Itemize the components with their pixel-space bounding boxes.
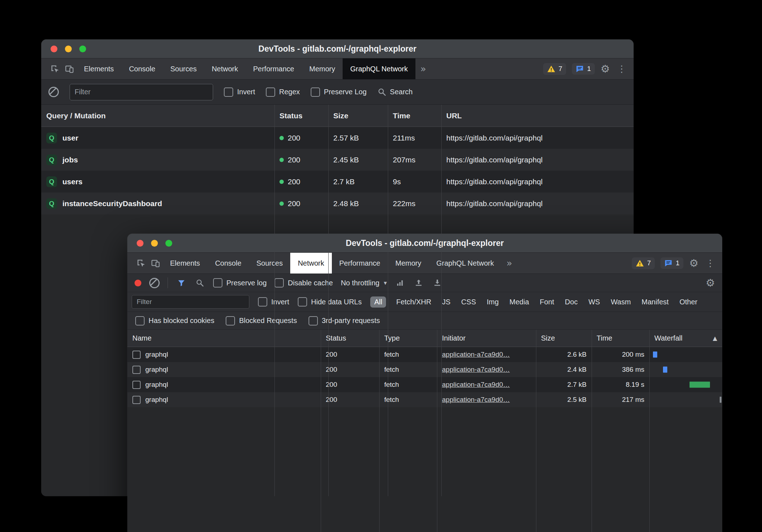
invert-checkbox[interactable]: Invert xyxy=(224,87,255,97)
disable-cache-checkbox[interactable]: Disable cache xyxy=(274,278,333,288)
column-header-waterfall[interactable]: Waterfall ▲ xyxy=(649,330,722,347)
inspect-element-icon[interactable] xyxy=(48,62,62,76)
device-toolbar-icon[interactable] xyxy=(148,256,163,270)
column-header[interactable]: Time xyxy=(592,330,649,347)
hide-data-urls-checkbox[interactable]: Hide data URLs xyxy=(298,297,362,307)
filter-type-all[interactable]: All xyxy=(370,296,386,308)
initiator-link[interactable]: application-a7ca9d0… xyxy=(442,396,510,404)
blocked-requests-checkbox[interactable]: Blocked Requests xyxy=(226,316,297,326)
filter-type-css[interactable]: CSS xyxy=(461,296,477,308)
row-checkbox[interactable] xyxy=(132,351,141,359)
tab-console[interactable]: Console xyxy=(121,58,163,79)
record-button[interactable] xyxy=(135,280,141,286)
column-header[interactable]: URL xyxy=(441,105,634,127)
close-window-button[interactable] xyxy=(51,46,57,52)
table-row[interactable]: QinstanceSecurityDashboard 200 2.48 kB 2… xyxy=(41,193,634,214)
network-conditions-icon[interactable] xyxy=(395,276,405,290)
filter-type-manifest[interactable]: Manifest xyxy=(641,296,669,308)
column-divider[interactable] xyxy=(536,330,536,532)
column-header[interactable]: Size xyxy=(328,105,388,127)
search-button[interactable]: Search xyxy=(377,87,413,96)
tab-network[interactable]: Network xyxy=(290,253,331,274)
inspect-element-icon[interactable] xyxy=(134,256,148,270)
minimize-window-button[interactable] xyxy=(65,46,72,52)
throttling-dropdown[interactable]: No throttling ▾ xyxy=(341,279,387,287)
column-header[interactable]: Time xyxy=(388,105,441,127)
tab-performance[interactable]: Performance xyxy=(246,58,302,79)
column-divider[interactable] xyxy=(388,105,388,496)
tab-graphql-network[interactable]: GraphQL Network xyxy=(429,253,501,274)
clear-icon[interactable] xyxy=(149,278,160,288)
column-divider[interactable] xyxy=(441,105,442,496)
search-icon[interactable] xyxy=(194,276,205,290)
third-party-requests-checkbox[interactable]: 3rd-party requests xyxy=(309,316,380,326)
tab-sources[interactable]: Sources xyxy=(249,253,290,274)
filter-input[interactable] xyxy=(132,295,249,309)
preserve-log-checkbox[interactable]: Preserve Log xyxy=(311,87,367,97)
column-divider[interactable] xyxy=(274,105,275,496)
row-checkbox[interactable] xyxy=(132,366,141,374)
tab-elements[interactable]: Elements xyxy=(163,253,207,274)
column-header[interactable]: Size xyxy=(536,330,592,347)
column-header[interactable]: Initiator xyxy=(437,330,536,347)
tab-elements[interactable]: Elements xyxy=(76,58,121,79)
filter-type-fetch-xhr[interactable]: Fetch/XHR xyxy=(395,296,432,308)
filter-type-ws[interactable]: WS xyxy=(588,296,601,308)
settings-gear-icon[interactable]: ⚙ xyxy=(601,64,610,74)
filter-type-js[interactable]: JS xyxy=(441,296,451,308)
table-row[interactable]: graphql 200 fetch application-a7ca9d0… 2… xyxy=(127,347,722,362)
initiator-link[interactable]: application-a7ca9d0… xyxy=(442,366,510,374)
table-row[interactable]: graphql 200 fetch application-a7ca9d0… 2… xyxy=(127,392,722,407)
table-row[interactable]: graphql 200 fetch application-a7ca9d0… 2… xyxy=(127,362,722,377)
filter-type-wasm[interactable]: Wasm xyxy=(610,296,631,308)
filter-type-other[interactable]: Other xyxy=(679,296,698,308)
row-checkbox[interactable] xyxy=(132,396,141,404)
tab-memory[interactable]: Memory xyxy=(302,58,343,79)
network-settings-gear-icon[interactable]: ⚙ xyxy=(706,278,715,288)
invert-checkbox[interactable]: Invert xyxy=(258,297,289,307)
tab-console[interactable]: Console xyxy=(207,253,249,274)
kebab-menu-icon[interactable]: ⋮ xyxy=(616,64,628,73)
column-header[interactable]: Status xyxy=(321,330,379,347)
tab-performance[interactable]: Performance xyxy=(332,253,388,274)
kebab-menu-icon[interactable]: ⋮ xyxy=(704,258,716,268)
column-divider[interactable] xyxy=(321,330,321,532)
tab-network[interactable]: Network xyxy=(204,58,245,79)
filter-type-media[interactable]: Media xyxy=(509,296,530,308)
filter-type-doc[interactable]: Doc xyxy=(564,296,579,308)
tab-memory[interactable]: Memory xyxy=(388,253,429,274)
column-header[interactable]: Status xyxy=(274,105,328,127)
tab-sources[interactable]: Sources xyxy=(163,58,204,79)
more-tabs-icon[interactable]: » xyxy=(502,258,517,269)
column-divider[interactable] xyxy=(592,330,592,532)
clear-icon[interactable] xyxy=(48,87,59,97)
filter-type-img[interactable]: Img xyxy=(486,296,499,308)
column-divider[interactable] xyxy=(379,330,380,532)
warnings-badge[interactable]: 7 xyxy=(632,257,655,269)
settings-gear-icon[interactable]: ⚙ xyxy=(689,258,698,269)
column-header[interactable]: Query / Mutation xyxy=(41,105,274,127)
zoom-window-button[interactable] xyxy=(79,46,86,52)
table-row[interactable]: Qjobs 200 2.45 kB 207ms https://gitlab.c… xyxy=(41,149,634,171)
regex-checkbox[interactable]: Regex xyxy=(266,87,300,97)
table-row[interactable]: graphql 200 fetch application-a7ca9d0… 2… xyxy=(127,377,722,392)
column-divider[interactable] xyxy=(437,330,437,532)
filter-funnel-icon[interactable] xyxy=(176,276,187,290)
column-divider[interactable] xyxy=(328,105,329,496)
table-row[interactable]: Quser 200 2.57 kB 211ms https://gitlab.c… xyxy=(41,127,634,149)
zoom-window-button[interactable] xyxy=(165,240,172,247)
import-har-icon[interactable] xyxy=(413,276,424,290)
more-tabs-icon[interactable]: » xyxy=(415,63,431,74)
table-row[interactable]: Qusers 200 2.7 kB 9s https://gitlab.com/… xyxy=(41,171,634,193)
initiator-link[interactable]: application-a7ca9d0… xyxy=(442,351,510,358)
column-divider[interactable] xyxy=(649,330,650,532)
filter-type-font[interactable]: Font xyxy=(539,296,555,308)
warnings-badge[interactable]: 7 xyxy=(543,63,566,75)
preserve-log-checkbox[interactable]: Preserve log xyxy=(213,278,267,288)
minimize-window-button[interactable] xyxy=(151,240,158,247)
device-toolbar-icon[interactable] xyxy=(62,62,76,76)
has-blocked-cookies-checkbox[interactable]: Has blocked cookies xyxy=(135,316,214,326)
issues-badge[interactable]: 1 xyxy=(660,257,683,269)
column-header[interactable]: Name xyxy=(127,330,321,347)
close-window-button[interactable] xyxy=(137,240,144,247)
